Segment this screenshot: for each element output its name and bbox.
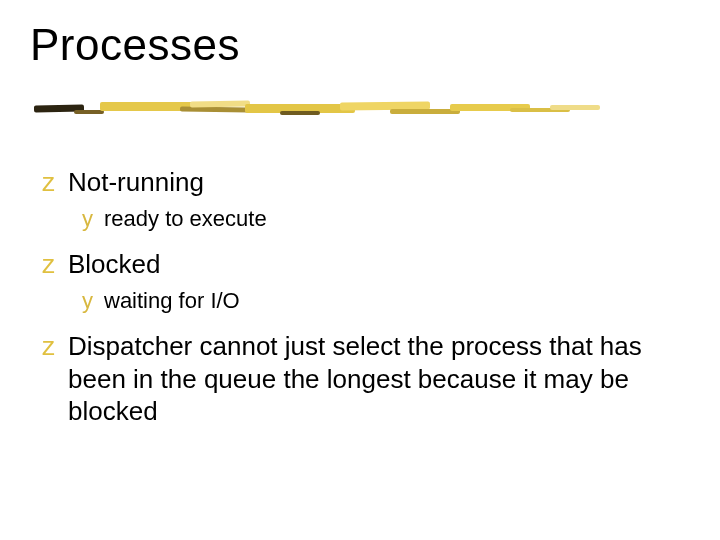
brush-stroke xyxy=(190,100,250,107)
bullet-text: ready to execute xyxy=(104,205,670,233)
bullet-level-1: zBlocked xyxy=(42,248,670,281)
bullet-text: Blocked xyxy=(68,248,670,281)
slide-content: zNot-runningyready to executezBlockedywa… xyxy=(42,150,670,430)
bullet-z-icon: z xyxy=(42,248,68,281)
bullet-y-icon: y xyxy=(82,205,104,233)
page-title: Processes xyxy=(30,20,240,70)
bullet-level-2: ywaiting for I/O xyxy=(82,287,670,315)
brush-stroke xyxy=(74,110,104,114)
bullet-text: Dispatcher cannot just select the proces… xyxy=(68,330,670,428)
bullet-text: waiting for I/O xyxy=(104,287,670,315)
bullet-level-1: zNot-running xyxy=(42,166,670,199)
bullet-z-icon: z xyxy=(42,166,68,199)
slide: Processes zNot-runningyready to executez… xyxy=(0,0,720,540)
bullet-level-1: zDispatcher cannot just select the proce… xyxy=(42,330,670,428)
title-underline xyxy=(30,98,610,126)
bullet-text: Not-running xyxy=(68,166,670,199)
bullet-level-2: yready to execute xyxy=(82,205,670,233)
brush-stroke xyxy=(280,111,320,115)
bullet-z-icon: z xyxy=(42,330,68,363)
bullet-y-icon: y xyxy=(82,287,104,315)
brush-stroke xyxy=(550,105,600,110)
